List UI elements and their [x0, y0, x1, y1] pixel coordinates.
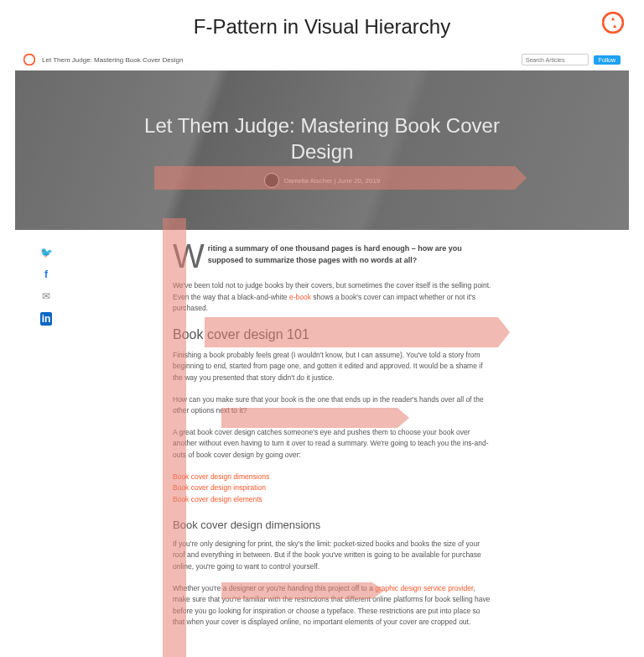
byline: Daniella Alscher | June 20, 2019 — [264, 173, 381, 188]
heading-101: Book cover design 101 — [173, 325, 491, 345]
social-share-column: 🐦 f ✉ in — [34, 242, 59, 639]
article-frame: Let Them Judge: Mastering Book Cover Des… — [15, 49, 629, 639]
page-title: F-Pattern in Visual Hierarchy — [0, 0, 644, 49]
lede-text: riting a summary of one thousand pages i… — [208, 242, 491, 270]
hero-title-line2: Design — [144, 138, 500, 164]
ebook-link[interactable]: e-book — [289, 293, 311, 301]
toc-link-elements[interactable]: Book cover design elements — [173, 494, 491, 506]
p6a: Whether you're a designer or you're hand… — [173, 584, 375, 592]
toc-link-dimensions[interactable]: Book cover design dimensions — [173, 472, 491, 483]
toc-list: Book cover design dimensions Book cover … — [173, 472, 491, 506]
svg-point-0 — [603, 13, 623, 33]
paragraph-intro: We've been told not to judge books by th… — [173, 280, 491, 315]
toc-link-inspiration[interactable]: Book cover design inspiration — [173, 482, 491, 494]
design-provider-link[interactable]: graphic design service provider — [375, 584, 473, 592]
article-topbar: Let Them Judge: Mastering Book Cover Des… — [15, 49, 629, 70]
svg-point-1 — [24, 55, 35, 65]
linkedin-icon[interactable]: in — [40, 312, 53, 326]
author-name: Daniella Alscher — [284, 177, 332, 185]
facebook-icon[interactable]: f — [44, 269, 48, 280]
hero-title: Let Them Judge: Mastering Book Cover Des… — [144, 112, 500, 164]
g2-logo-small-icon — [23, 54, 35, 65]
paragraph-5: If you're only designing for print, the … — [173, 539, 491, 573]
breadcrumb: Let Them Judge: Mastering Book Cover Des… — [42, 56, 183, 64]
paragraph-6: Whether you're a designer or you're hand… — [173, 583, 491, 628]
paragraph-3: How can you make sure that your book is … — [173, 394, 491, 417]
paragraph-4: A great book cover design catches someon… — [173, 427, 491, 461]
hero-title-line1: Let Them Judge: Mastering Book Cover — [144, 112, 500, 138]
email-icon[interactable]: ✉ — [42, 290, 50, 302]
g2-logo-icon — [602, 12, 624, 34]
article-body: W riting a summary of one thousand pages… — [173, 242, 491, 639]
dropcap: W — [173, 242, 205, 270]
heading-dimensions: Book cover design dimensions — [173, 517, 491, 534]
avatar — [264, 173, 279, 188]
twitter-icon[interactable]: 🐦 — [40, 247, 53, 258]
lede: W riting a summary of one thousand pages… — [173, 242, 491, 270]
search-input[interactable] — [522, 54, 589, 65]
follow-button[interactable]: Follow — [594, 55, 621, 65]
publish-date: June 20, 2019 — [338, 177, 381, 185]
paragraph-2: Finishing a book probably feels great (I… — [173, 350, 491, 384]
hero-banner: Let Them Judge: Mastering Book Cover Des… — [15, 70, 629, 230]
